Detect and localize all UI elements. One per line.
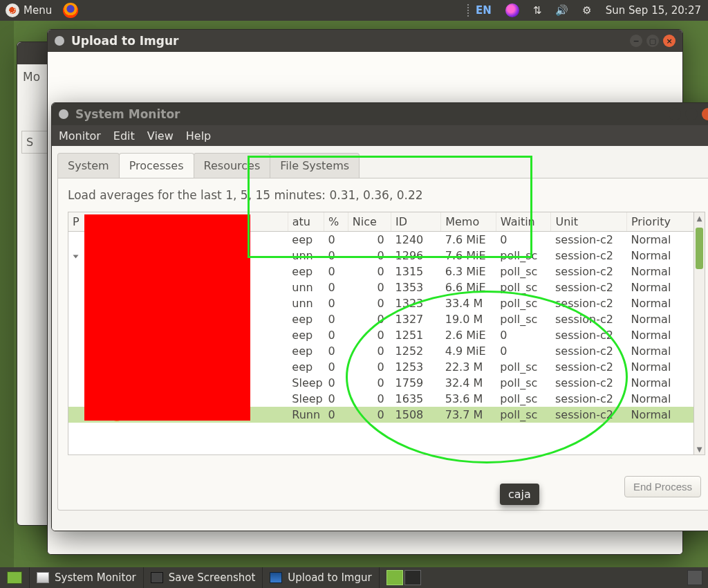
task-system-monitor[interactable]: System Monitor <box>30 567 144 588</box>
maximize-button[interactable]: ▢ <box>646 35 659 47</box>
end-process-button[interactable]: End Process <box>624 476 701 497</box>
tooltip: caja <box>500 484 539 505</box>
tab-processes[interactable]: Processes <box>119 153 194 178</box>
workspace-1[interactable] <box>386 570 403 585</box>
clock[interactable]: Sun Sep 15, 20:27 <box>606 4 701 17</box>
window-icon <box>55 36 64 46</box>
upload-window-title: Upload to Imgur <box>71 34 630 48</box>
col-unit[interactable]: Unit <box>551 212 626 232</box>
system-monitor-icon <box>37 572 49 583</box>
bottom-panel: System Monitor Save Screenshot Upload to… <box>0 567 708 588</box>
annotation-green-rect <box>248 156 532 258</box>
top-panel: Menu EN ⇅ 🔊 ⚙ Sun Sep 15, 20:27 <box>0 0 708 21</box>
sysmon-window-title: System Monitor <box>75 107 669 121</box>
minimize-button[interactable] <box>669 108 681 120</box>
col-priority[interactable]: Priority <box>626 212 704 232</box>
keyboard-layout-indicator[interactable]: EN <box>467 4 492 17</box>
upload-titlebar[interactable]: Upload to Imgur − ▢ × <box>48 30 682 52</box>
close-button[interactable] <box>702 108 708 120</box>
user-menu-icon[interactable] <box>687 570 702 585</box>
menu-edit[interactable]: Edit <box>113 129 135 143</box>
task-label: System Monitor <box>55 571 136 584</box>
window-icon <box>59 109 68 119</box>
volume-icon[interactable]: 🔊 <box>555 4 568 17</box>
workspace-switcher[interactable] <box>386 570 421 585</box>
scroll-up-icon[interactable]: ▲ <box>694 212 705 223</box>
close-button[interactable]: × <box>663 35 676 47</box>
maximize-button[interactable] <box>685 108 698 120</box>
scroll-down-icon[interactable]: ▼ <box>694 443 705 454</box>
task-label: Upload to Imgur <box>288 571 371 584</box>
annotation-green-ellipse <box>346 291 628 463</box>
vertical-scrollbar[interactable]: ▲ ▼ <box>693 212 705 454</box>
task-label: Save Screenshot <box>169 571 256 584</box>
firefox-icon[interactable] <box>63 3 78 18</box>
sysmon-menubar: Monitor Edit View Help <box>52 125 708 146</box>
task-upload-imgur[interactable]: Upload to Imgur <box>263 567 379 588</box>
menu-monitor[interactable]: Monitor <box>59 129 101 143</box>
menu-button[interactable]: Menu <box>24 4 52 17</box>
annotation-red-rect <box>84 214 250 421</box>
minimize-button[interactable]: − <box>630 35 642 47</box>
scrollbar-thumb[interactable] <box>696 228 703 269</box>
screenshot-icon <box>151 572 163 583</box>
upload-icon <box>270 572 282 583</box>
network-icon[interactable]: ⇅ <box>533 4 542 17</box>
workspace-2[interactable] <box>404 570 421 585</box>
task-save-screenshot[interactable]: Save Screenshot <box>144 567 263 588</box>
settings-gear-icon[interactable]: ⚙ <box>582 4 591 17</box>
sysmon-titlebar[interactable]: System Monitor <box>52 103 708 125</box>
show-desktop-button[interactable] <box>0 567 30 588</box>
menu-help[interactable]: Help <box>186 129 211 143</box>
ubuntu-logo-icon[interactable] <box>6 3 19 17</box>
tab-system[interactable]: System <box>57 153 120 178</box>
screenshot-tool-icon[interactable] <box>505 3 519 17</box>
menu-view[interactable]: View <box>147 129 174 143</box>
